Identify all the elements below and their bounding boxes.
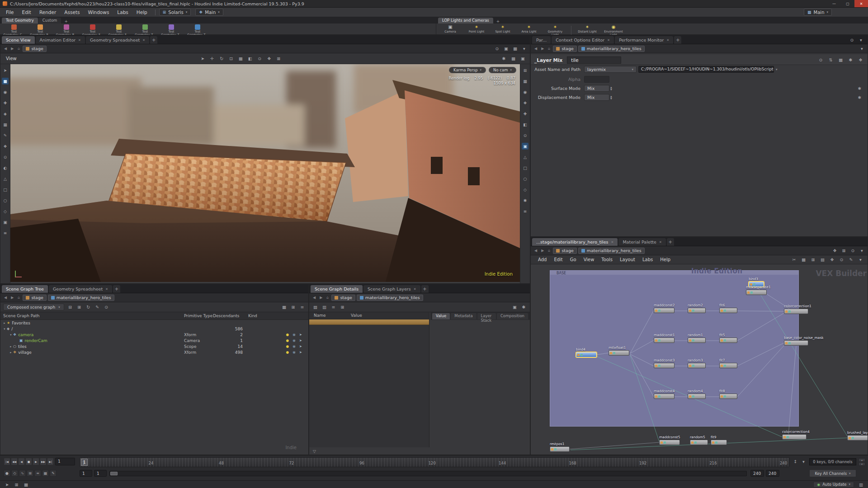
close-tab-icon[interactable]: ✕ — [611, 240, 614, 244]
grid-snap-icon[interactable]: ▦ — [800, 256, 807, 263]
snapshot-view-icon[interactable]: ◇ — [522, 186, 528, 193]
menu-labs[interactable]: Labs — [113, 9, 132, 16]
range-options-icon[interactable]: ▦ — [42, 470, 49, 477]
menu-edit[interactable]: Edit — [18, 9, 35, 16]
column-kind[interactable]: Kind — [248, 314, 257, 318]
network-menu-labs[interactable]: Labs — [639, 257, 656, 263]
tick-marks-icon[interactable]: ⊞ — [27, 470, 33, 477]
menu-windows[interactable]: Windows — [84, 9, 113, 16]
home-icon[interactable]: ⌂ — [325, 296, 330, 300]
key-all-channels-dropdown[interactable]: Key All Channels ▾ — [809, 469, 856, 477]
tree-row-favorites[interactable]: ▸★Favorites — [0, 320, 308, 326]
sync-selection-icon[interactable]: ↻ — [85, 304, 92, 310]
details-attribute-list[interactable]: Name Value — [309, 312, 429, 447]
home-icon[interactable]: ⌂ — [16, 47, 21, 51]
path-chip-stage[interactable]: stage — [23, 46, 46, 52]
range-start-field-2[interactable]: 1 — [94, 470, 107, 477]
light-tool-icon[interactable]: ⊙ — [2, 154, 9, 160]
grid-toggle-icon[interactable]: ▦ — [510, 55, 517, 62]
shade-mode-icon[interactable]: ◧ — [247, 55, 254, 62]
shelf-tool-point-light[interactable]: ✶Point Light — [466, 24, 487, 33]
material-icon[interactable]: ❖ — [2, 143, 9, 150]
path-chip-materiallibrary-hero-tiles[interactable]: materiallibrary_hero_tiles — [48, 295, 114, 301]
display-flags-icon[interactable]: ❖ — [831, 247, 838, 254]
locate-icon[interactable]: ⊙ — [103, 304, 110, 310]
forward-icon[interactable]: ▶ — [540, 249, 545, 253]
status-snap-icon[interactable]: ⊞ — [13, 481, 20, 488]
value-tab-composition[interactable]: Composition — [497, 313, 528, 319]
gear-icon[interactable]: ✱ — [847, 56, 854, 63]
box-icon[interactable]: □ — [2, 186, 9, 193]
node-colorcorrection4[interactable] — [782, 434, 807, 440]
new-shelf-tab-button[interactable]: + — [494, 19, 503, 23]
pane-menu-icon[interactable]: ≡ — [299, 304, 306, 310]
tree-tab-geometry-spreadsheet[interactable]: Geometry Spreadsheet✕ — [49, 285, 112, 293]
node-maddconst5[interactable] — [659, 440, 680, 445]
expand-all-icon[interactable]: ⊞ — [76, 304, 83, 310]
node-fit6[interactable] — [719, 308, 737, 313]
flat-list-icon[interactable]: ≡ — [330, 304, 337, 310]
shelf-tab-lop-lights-and-cameras[interactable]: LOP Lights and Cameras — [438, 18, 493, 23]
perspective-icon[interactable]: ◉ — [522, 89, 528, 95]
new-shelf-tab-button[interactable]: + — [61, 19, 71, 23]
columns-icon[interactable]: ▦ — [281, 304, 288, 310]
path-chip-stage[interactable]: stage — [553, 46, 576, 52]
value-tab-metadata[interactable]: Metadata — [451, 313, 476, 319]
network-canvas[interactable]: BASE Indie Edition VEX Builder restpos1b… — [531, 264, 868, 455]
back-icon[interactable]: ◀ — [3, 296, 8, 300]
display-options-icon[interactable]: ✱ — [500, 55, 507, 62]
expand-icon[interactable]: ▸ — [9, 345, 13, 348]
selected-attribute-row[interactable] — [309, 319, 429, 325]
home-icon[interactable]: ⌂ — [547, 47, 552, 51]
displacement-mode-dropdown[interactable]: Mix — [584, 94, 609, 101]
node-random2[interactable] — [688, 308, 706, 313]
column-scene-graph-path[interactable]: Scene Graph Path — [3, 314, 40, 318]
parm-gear-icon[interactable]: ✱ — [858, 95, 861, 100]
forward-icon[interactable]: ▶ — [540, 47, 545, 51]
tree-row-tiles[interactable]: ▸○tilesScope14●◉➤ — [0, 343, 308, 349]
secure-selection-icon[interactable]: ■ — [2, 78, 9, 84]
playback-options-icon[interactable]: ≡ — [34, 470, 41, 477]
network-menu-view[interactable]: View — [580, 257, 598, 263]
scene-view-tab-geometry-spreadsheet[interactable]: Geometry Spreadsheet✕ — [86, 36, 149, 44]
key-options-icon[interactable]: ◇ — [11, 470, 18, 477]
select-prim-icon[interactable]: ➤ — [299, 344, 302, 348]
normals-icon[interactable]: △ — [522, 154, 528, 160]
node-brushed-layered[interactable] — [847, 435, 868, 441]
asset-menu-icon[interactable]: ▾ — [776, 68, 778, 71]
annotate-icon[interactable]: ✎ — [848, 256, 854, 263]
node-restpos1[interactable] — [550, 446, 570, 452]
network-menu-edit[interactable]: Edit — [550, 257, 566, 263]
collapse-all-icon[interactable]: ⊟ — [67, 304, 74, 310]
network-menu-go[interactable]: Go — [566, 257, 580, 263]
network-menu-add[interactable]: Add — [534, 257, 550, 263]
tree-tab-scene-graph-tree[interactable]: Scene Graph Tree — [2, 285, 48, 293]
node-mtlxfloat1[interactable] — [609, 350, 629, 356]
select-arrow-icon[interactable]: ➤ — [2, 67, 9, 74]
edit-keys-icon[interactable]: ✎ — [50, 470, 57, 477]
back-icon[interactable]: ◀ — [311, 296, 317, 300]
shade-icon[interactable]: ◐ — [2, 164, 9, 171]
network-menu-tools[interactable]: Tools — [598, 257, 616, 263]
spin-up-icon[interactable]: ▴ — [859, 458, 865, 462]
visibility-dot-icon[interactable]: ● — [286, 333, 289, 337]
minimize-button[interactable]: — — [827, 0, 841, 7]
shading-mode-icon[interactable]: ◧ — [522, 121, 528, 128]
forward-icon[interactable]: ▶ — [9, 296, 15, 300]
home-icon[interactable]: ⌂ — [547, 249, 552, 253]
new-tab-button[interactable]: + — [667, 238, 674, 246]
new-tab-button[interactable]: + — [113, 285, 120, 293]
frame-all-icon[interactable]: ✚ — [522, 110, 528, 117]
visibility-dot-icon[interactable]: ● — [286, 338, 289, 343]
expand-icon[interactable]: ⊞ — [339, 304, 346, 310]
camera-icon[interactable]: ▣ — [503, 45, 509, 52]
path-chip-stage[interactable]: stage — [23, 295, 46, 301]
tree-row-rendercam[interactable]: ▣renderCamCamera1●◉➤ — [0, 338, 308, 343]
frame-range-slider[interactable] — [109, 471, 747, 476]
value-tab-layer-stack[interactable]: Layer Stack — [477, 313, 496, 319]
close-tab-icon[interactable]: ✕ — [607, 38, 610, 42]
playbar-menu-icon[interactable]: ▾ — [800, 458, 807, 465]
close-tab-icon[interactable]: ✕ — [659, 240, 662, 244]
menu-assets[interactable]: Assets — [60, 9, 84, 16]
autokey-toggle-icon[interactable]: ● — [4, 470, 10, 477]
